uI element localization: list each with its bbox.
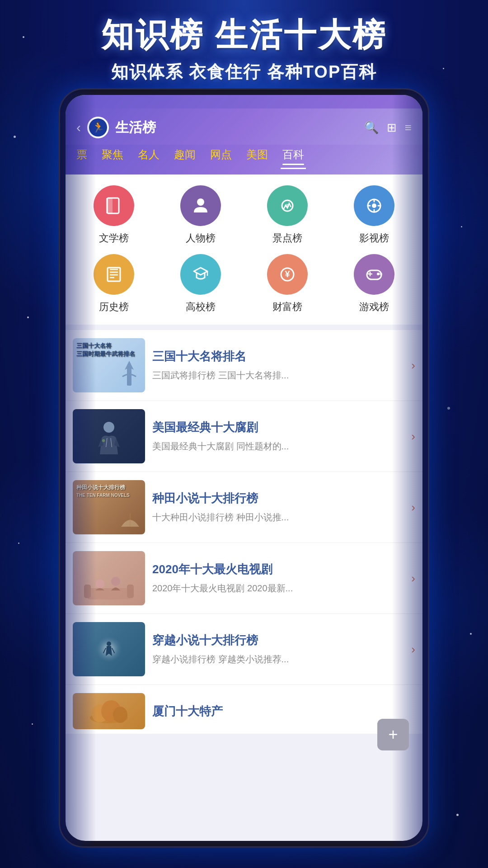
jingdian-icon bbox=[267, 185, 308, 226]
list-desc-0: 三国武将排行榜 三国十大名将排... bbox=[152, 369, 404, 382]
list-icon[interactable]: ≡ bbox=[405, 121, 412, 135]
renwu-label: 人物榜 bbox=[186, 231, 216, 245]
svg-point-5 bbox=[286, 204, 289, 208]
list-arrow-4: › bbox=[411, 642, 415, 656]
wenxue-label: 文学榜 bbox=[99, 231, 129, 245]
category-caifu[interactable]: ¥ 财富榜 bbox=[246, 254, 328, 314]
svg-point-42 bbox=[113, 707, 127, 723]
category-grid: 文学榜 人物榜 bbox=[73, 185, 415, 314]
hero-title: 知识榜 生活十大榜 bbox=[0, 14, 488, 57]
hero-subtitle: 知识体系 衣食住行 各种TOP百科 bbox=[0, 61, 488, 84]
svg-rect-26 bbox=[127, 368, 131, 386]
back-button[interactable]: ‹ bbox=[76, 120, 81, 135]
svg-point-30 bbox=[102, 439, 105, 442]
list-item-3[interactable]: 2020年十大最火电视剧 2020年十大最火电视剧 2020最新... › bbox=[66, 543, 422, 614]
list-item-4[interactable]: 穿越小说十大排行榜 穿越小说排行榜 穿越类小说推荐... › bbox=[66, 614, 422, 685]
header-title: 生活榜 bbox=[115, 118, 358, 137]
list-title-0: 三国十大名将排名 bbox=[152, 349, 404, 364]
phone-mockup: ‹ 🏃 生活榜 🔍 ⊞ ≡ 票 聚焦 名人 趣闻 网点 美图 百科 bbox=[59, 88, 429, 848]
lishi-label: 历史榜 bbox=[99, 300, 129, 314]
thumbnail-5 bbox=[73, 693, 145, 729]
float-button[interactable]: + bbox=[377, 719, 409, 750]
list-title-4: 穿越小说十大排行榜 bbox=[152, 633, 404, 648]
logo-inner: 🏃 bbox=[89, 118, 107, 137]
list-item-5-partial[interactable]: 厦门十大特产 bbox=[66, 685, 422, 734]
svg-rect-34 bbox=[127, 585, 134, 598]
list-title-5: 厦门十大特产 bbox=[152, 703, 415, 719]
thumbnail-1 bbox=[73, 409, 145, 463]
renwu-icon bbox=[180, 185, 221, 226]
svg-rect-32 bbox=[86, 588, 131, 599]
header-bar: ‹ 🏃 生活榜 🔍 ⊞ ≡ bbox=[66, 108, 422, 145]
header-icons: 🔍 ⊞ ≡ bbox=[364, 121, 412, 135]
thumbnail-3 bbox=[73, 551, 145, 605]
list-desc-3: 2020年十大最火电视剧 2020最新... bbox=[152, 582, 404, 594]
lishi-icon bbox=[94, 254, 134, 295]
list-item-1[interactable]: 美国最经典十大腐剧 美国最经典十大腐剧 同性题材的... › bbox=[66, 401, 422, 472]
app-logo: 🏃 bbox=[87, 117, 109, 138]
search-icon[interactable]: 🔍 bbox=[364, 121, 379, 135]
tab-piao[interactable]: 票 bbox=[75, 145, 89, 169]
thumb-text-0: 三国十大名将三国时期最牛武将排名 bbox=[76, 342, 135, 358]
list-arrow-2: › bbox=[411, 500, 415, 514]
list-arrow-3: › bbox=[411, 571, 415, 585]
svg-point-27 bbox=[103, 422, 114, 433]
svg-point-7 bbox=[372, 203, 376, 208]
list-desc-2: 十大种田小说排行榜 种田小说推... bbox=[152, 511, 404, 524]
tab-baike[interactable]: 百科 bbox=[281, 145, 306, 169]
tab-meitu[interactable]: 美图 bbox=[244, 145, 270, 169]
tab-jujiao[interactable]: 聚焦 bbox=[100, 145, 125, 169]
svg-point-36 bbox=[111, 577, 120, 586]
list-content-4: 穿越小说十大排行榜 穿越小说排行榜 穿越类小说推荐... bbox=[152, 633, 404, 665]
content-area: 文学榜 人物榜 bbox=[66, 175, 422, 841]
category-section: 文学榜 人物榜 bbox=[66, 175, 422, 325]
list-desc-1: 美国最经典十大腐剧 同性题材的... bbox=[152, 440, 404, 453]
svg-point-35 bbox=[95, 579, 104, 588]
caifu-label: 财富榜 bbox=[272, 300, 302, 314]
svg-point-38 bbox=[107, 642, 111, 646]
svg-point-23 bbox=[380, 273, 382, 275]
list-item-0[interactable]: 三国十大名将三国时期最牛武将排名 三国十大名将排名 三国武将排行榜 三国十大名将… bbox=[66, 330, 422, 401]
list-arrow-0: › bbox=[411, 359, 415, 373]
list-content-2: 种田小说十大排行榜 十大种田小说排行榜 种田小说推... bbox=[152, 491, 404, 524]
list-desc-4: 穿越小说排行榜 穿越类小说推荐... bbox=[152, 653, 404, 665]
list-item-2[interactable]: 种田小说十大排行榜THE TEN FARM NOVELS 种田小说十大排行榜 十… bbox=[66, 472, 422, 543]
thumb-text-2: 种田小说十大排行榜THE TEN FARM NOVELS bbox=[76, 484, 130, 499]
gaoxiao-label: 高校榜 bbox=[186, 300, 216, 314]
thumbnail-4 bbox=[73, 622, 145, 676]
youxi-label: 游戏榜 bbox=[359, 300, 389, 314]
category-youxi[interactable]: 游戏榜 bbox=[333, 254, 415, 314]
thumbnail-0: 三国十大名将三国时期最牛武将排名 bbox=[73, 338, 145, 392]
status-bar bbox=[66, 95, 422, 108]
youxi-icon bbox=[354, 254, 394, 295]
jingdian-label: 景点榜 bbox=[272, 231, 302, 245]
float-button-icon: + bbox=[388, 725, 398, 744]
hero-section: 知识榜 生活十大榜 知识体系 衣食住行 各种TOP百科 bbox=[0, 14, 488, 84]
svg-rect-1 bbox=[107, 198, 113, 213]
svg-point-3 bbox=[197, 198, 204, 206]
grid-icon[interactable]: ⊞ bbox=[387, 121, 397, 135]
category-gaoxiao[interactable]: 高校榜 bbox=[160, 254, 242, 314]
svg-rect-33 bbox=[84, 585, 91, 598]
list-title-1: 美国最经典十大腐剧 bbox=[152, 420, 404, 435]
category-jingdian[interactable]: 景点榜 bbox=[246, 185, 328, 245]
list-content-5: 厦门十大特产 bbox=[152, 703, 415, 719]
list-content-3: 2020年十大最火电视剧 2020年十大最火电视剧 2020最新... bbox=[152, 562, 404, 594]
category-yingshi[interactable]: 影视榜 bbox=[333, 185, 415, 245]
tab-navigation: 票 聚焦 名人 趣闻 网点 美图 百科 bbox=[66, 145, 422, 175]
tab-mingren[interactable]: 名人 bbox=[136, 145, 161, 169]
category-lishi[interactable]: 历史榜 bbox=[73, 254, 155, 314]
category-renwu[interactable]: 人物榜 bbox=[160, 185, 242, 245]
category-wenxue[interactable]: 文学榜 bbox=[73, 185, 155, 245]
tab-quwen[interactable]: 趣闻 bbox=[172, 145, 197, 169]
tab-wangdian[interactable]: 网点 bbox=[208, 145, 234, 169]
svg-text:¥: ¥ bbox=[285, 269, 290, 279]
logo-icon: 🏃 bbox=[92, 122, 104, 133]
wenxue-icon bbox=[94, 185, 134, 226]
list-section: 三国十大名将三国时期最牛武将排名 三国十大名将排名 三国武将排行榜 三国十大名将… bbox=[66, 330, 422, 734]
yingshi-icon bbox=[354, 185, 394, 226]
list-arrow-1: › bbox=[411, 429, 415, 443]
thumbnail-2: 种田小说十大排行榜THE TEN FARM NOVELS bbox=[73, 480, 145, 534]
gaoxiao-icon bbox=[180, 254, 221, 295]
list-content-1: 美国最经典十大腐剧 美国最经典十大腐剧 同性题材的... bbox=[152, 420, 404, 453]
